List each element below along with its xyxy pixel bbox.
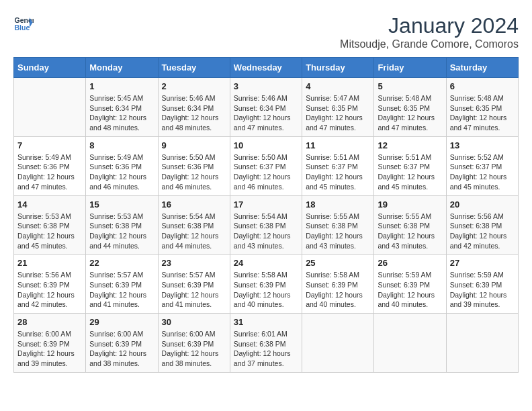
calendar-cell: 6Sunrise: 5:48 AMSunset: 6:35 PMDaylight…: [446, 78, 518, 137]
calendar-cell: 16Sunrise: 5:54 AMSunset: 6:38 PMDayligh…: [158, 195, 230, 255]
day-info: Sunrise: 5:49 AMSunset: 6:36 PMDaylight:…: [17, 152, 82, 192]
day-number: 8: [89, 140, 154, 150]
day-info: Sunrise: 5:59 AMSunset: 6:39 PMDaylight:…: [450, 270, 515, 310]
day-number: 20: [450, 199, 515, 210]
day-info: Sunrise: 5:51 AMSunset: 6:37 PMDaylight:…: [378, 152, 442, 192]
week-row-3: 14Sunrise: 5:53 AMSunset: 6:38 PMDayligh…: [14, 195, 519, 255]
calendar-cell: [374, 314, 446, 373]
day-number: 31: [234, 317, 298, 327]
day-info: Sunrise: 5:55 AMSunset: 6:38 PMDaylight:…: [378, 212, 442, 251]
calendar-cell: 18Sunrise: 5:55 AMSunset: 6:38 PMDayligh…: [302, 195, 374, 255]
day-number: 18: [306, 199, 370, 210]
calendar-cell: 3Sunrise: 5:46 AMSunset: 6:34 PMDaylight…: [230, 78, 302, 137]
day-info: Sunrise: 5:58 AMSunset: 6:39 PMDaylight:…: [234, 270, 298, 310]
logo-icon: General Blue: [13, 13, 34, 34]
day-number: 6: [450, 81, 515, 91]
day-number: 14: [17, 199, 82, 210]
calendar-header-row: SundayMondayTuesdayWednesdayThursdayFrid…: [14, 58, 519, 78]
day-header-monday: Monday: [86, 58, 158, 78]
calendar-cell: 9Sunrise: 5:50 AMSunset: 6:36 PMDaylight…: [158, 136, 230, 195]
calendar-cell: 17Sunrise: 5:54 AMSunset: 6:38 PMDayligh…: [230, 195, 302, 255]
day-number: 10: [234, 140, 298, 150]
calendar-cell: 2Sunrise: 5:46 AMSunset: 6:34 PMDaylight…: [158, 78, 230, 137]
day-number: 9: [162, 140, 226, 150]
calendar-cell: 25Sunrise: 5:58 AMSunset: 6:39 PMDayligh…: [302, 255, 374, 314]
day-number: 4: [306, 81, 370, 91]
day-info: Sunrise: 5:45 AMSunset: 6:34 PMDaylight:…: [89, 93, 154, 133]
calendar-cell: 22Sunrise: 5:57 AMSunset: 6:39 PMDayligh…: [86, 255, 158, 314]
day-info: Sunrise: 5:46 AMSunset: 6:34 PMDaylight:…: [162, 93, 226, 133]
calendar-cell: 30Sunrise: 6:00 AMSunset: 6:39 PMDayligh…: [158, 314, 230, 373]
day-number: 16: [162, 199, 226, 210]
day-number: 1: [89, 81, 154, 91]
title-section: January 2024 Mitsoudje, Grande Comore, C…: [340, 13, 519, 50]
svg-text:Blue: Blue: [15, 24, 30, 32]
day-info: Sunrise: 5:53 AMSunset: 6:38 PMDaylight:…: [89, 212, 154, 251]
day-number: 13: [450, 140, 515, 150]
calendar-cell: 14Sunrise: 5:53 AMSunset: 6:38 PMDayligh…: [14, 195, 86, 255]
month-year: January 2024: [340, 13, 519, 38]
day-info: Sunrise: 5:56 AMSunset: 6:39 PMDaylight:…: [17, 270, 82, 310]
day-header-tuesday: Tuesday: [158, 58, 230, 78]
calendar-cell: 7Sunrise: 5:49 AMSunset: 6:36 PMDaylight…: [14, 136, 86, 195]
calendar-cell: 10Sunrise: 5:50 AMSunset: 6:37 PMDayligh…: [230, 136, 302, 195]
calendar-cell: 8Sunrise: 5:49 AMSunset: 6:36 PMDaylight…: [86, 136, 158, 195]
day-number: 25: [306, 258, 370, 268]
day-info: Sunrise: 5:52 AMSunset: 6:37 PMDaylight:…: [450, 152, 515, 192]
calendar-cell: 12Sunrise: 5:51 AMSunset: 6:37 PMDayligh…: [374, 136, 446, 195]
calendar-cell: 21Sunrise: 5:56 AMSunset: 6:39 PMDayligh…: [14, 255, 86, 314]
day-info: Sunrise: 5:48 AMSunset: 6:35 PMDaylight:…: [378, 93, 442, 133]
day-number: 15: [89, 199, 154, 210]
calendar-cell: 29Sunrise: 6:00 AMSunset: 6:39 PMDayligh…: [86, 314, 158, 373]
day-number: 5: [378, 81, 442, 91]
day-number: 12: [378, 140, 442, 150]
day-number: 2: [162, 81, 226, 91]
week-row-4: 21Sunrise: 5:56 AMSunset: 6:39 PMDayligh…: [14, 255, 519, 314]
week-row-5: 28Sunrise: 6:00 AMSunset: 6:39 PMDayligh…: [14, 314, 519, 373]
day-number: 23: [162, 258, 226, 268]
calendar-cell: 31Sunrise: 6:01 AMSunset: 6:38 PMDayligh…: [230, 314, 302, 373]
calendar-cell: 4Sunrise: 5:47 AMSunset: 6:35 PMDaylight…: [302, 78, 374, 137]
day-number: 11: [306, 140, 370, 150]
day-info: Sunrise: 5:46 AMSunset: 6:34 PMDaylight:…: [234, 93, 298, 133]
calendar-cell: [14, 78, 86, 137]
day-header-saturday: Saturday: [446, 58, 518, 78]
day-info: Sunrise: 6:00 AMSunset: 6:39 PMDaylight:…: [89, 329, 154, 369]
calendar-cell: 1Sunrise: 5:45 AMSunset: 6:34 PMDaylight…: [86, 78, 158, 137]
day-number: 26: [378, 258, 442, 268]
day-info: Sunrise: 5:57 AMSunset: 6:39 PMDaylight:…: [89, 270, 154, 310]
calendar-cell: 23Sunrise: 5:57 AMSunset: 6:39 PMDayligh…: [158, 255, 230, 314]
day-header-thursday: Thursday: [302, 58, 374, 78]
day-number: 28: [17, 317, 82, 327]
day-info: Sunrise: 6:00 AMSunset: 6:39 PMDaylight:…: [162, 329, 226, 369]
calendar-cell: [446, 314, 518, 373]
calendar-body: 1Sunrise: 5:45 AMSunset: 6:34 PMDaylight…: [14, 78, 519, 373]
week-row-1: 1Sunrise: 5:45 AMSunset: 6:34 PMDaylight…: [14, 78, 519, 137]
day-number: 22: [89, 258, 154, 268]
day-info: Sunrise: 5:55 AMSunset: 6:38 PMDaylight:…: [306, 212, 370, 251]
day-number: 27: [450, 258, 515, 268]
calendar-cell: 13Sunrise: 5:52 AMSunset: 6:37 PMDayligh…: [446, 136, 518, 195]
day-info: Sunrise: 5:49 AMSunset: 6:36 PMDaylight:…: [89, 152, 154, 192]
day-number: 21: [17, 258, 82, 268]
calendar-table: SundayMondayTuesdayWednesdayThursdayFrid…: [13, 57, 519, 373]
day-info: Sunrise: 6:01 AMSunset: 6:38 PMDaylight:…: [234, 329, 298, 369]
header: General Blue January 2024 Mitsoudje, Gra…: [13, 13, 519, 50]
location: Mitsoudje, Grande Comore, Comoros: [340, 38, 519, 50]
day-info: Sunrise: 5:47 AMSunset: 6:35 PMDaylight:…: [306, 93, 370, 133]
calendar-cell: 5Sunrise: 5:48 AMSunset: 6:35 PMDaylight…: [374, 78, 446, 137]
day-info: Sunrise: 5:54 AMSunset: 6:38 PMDaylight:…: [234, 212, 298, 251]
day-info: Sunrise: 5:51 AMSunset: 6:37 PMDaylight:…: [306, 152, 370, 192]
calendar-cell: [302, 314, 374, 373]
calendar-cell: 27Sunrise: 5:59 AMSunset: 6:39 PMDayligh…: [446, 255, 518, 314]
day-info: Sunrise: 5:50 AMSunset: 6:36 PMDaylight:…: [162, 152, 226, 192]
day-info: Sunrise: 5:54 AMSunset: 6:38 PMDaylight:…: [162, 212, 226, 251]
day-header-wednesday: Wednesday: [230, 58, 302, 78]
day-info: Sunrise: 5:58 AMSunset: 6:39 PMDaylight:…: [306, 270, 370, 310]
day-number: 3: [234, 81, 298, 91]
calendar-cell: 26Sunrise: 5:59 AMSunset: 6:39 PMDayligh…: [374, 255, 446, 314]
day-info: Sunrise: 5:59 AMSunset: 6:39 PMDaylight:…: [378, 270, 442, 310]
calendar-cell: 11Sunrise: 5:51 AMSunset: 6:37 PMDayligh…: [302, 136, 374, 195]
day-header-sunday: Sunday: [14, 58, 86, 78]
day-number: 19: [378, 199, 442, 210]
